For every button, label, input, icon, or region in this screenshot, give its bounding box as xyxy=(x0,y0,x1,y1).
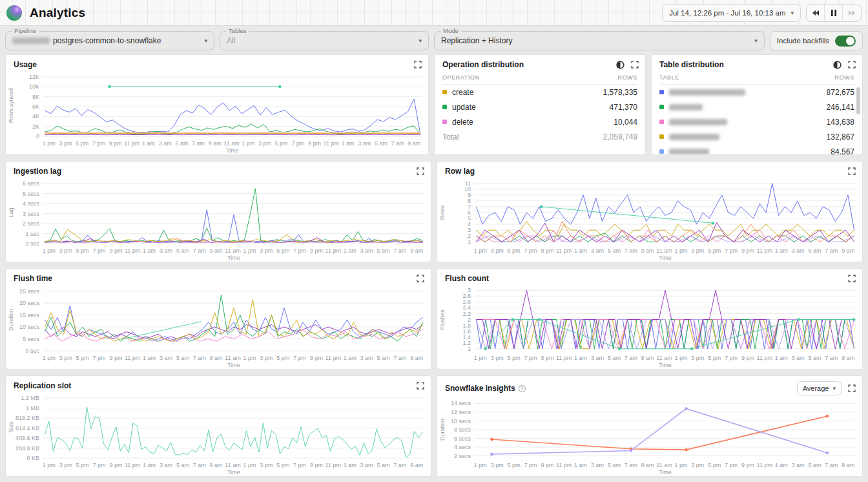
svg-text:0 sec: 0 sec xyxy=(25,240,39,247)
expand-button[interactable] xyxy=(848,167,856,175)
svg-text:Time: Time xyxy=(226,147,239,154)
svg-text:1 pm: 1 pm xyxy=(243,355,256,361)
svg-text:7 pm: 7 pm xyxy=(92,462,105,468)
svg-text:1 pm: 1 pm xyxy=(243,247,256,254)
table-header: OPERATION ROWS xyxy=(442,72,637,85)
flush-time-chart: 0 sec5 secs10 secs15 secs20 secs25 secs1… xyxy=(6,284,431,369)
svg-text:6: 6 xyxy=(468,209,471,216)
pie-view-button[interactable] xyxy=(616,61,625,69)
svg-text:7 am: 7 am xyxy=(193,462,206,468)
pipeline-select[interactable]: Pipeline postgres-common-to-snowflake ▾ xyxy=(5,31,214,50)
svg-text:Time: Time xyxy=(227,469,240,476)
svg-text:25 secs: 25 secs xyxy=(19,288,40,295)
fast-forward-button[interactable] xyxy=(843,5,861,21)
svg-text:11 am: 11 am xyxy=(656,247,672,254)
tables-select[interactable]: Tables All ▾ xyxy=(220,31,429,50)
pause-button[interactable] xyxy=(825,5,843,21)
svg-text:Duration: Duration xyxy=(439,419,446,441)
expand-button[interactable] xyxy=(631,61,639,68)
expand-button[interactable] xyxy=(417,382,424,390)
svg-text:3 am: 3 am xyxy=(160,247,172,254)
svg-text:5: 5 xyxy=(468,215,471,222)
svg-text:1 am: 1 am xyxy=(344,247,356,254)
svg-text:1 pm: 1 pm xyxy=(43,355,56,361)
aggregation-select[interactable]: Average ▾ xyxy=(797,381,842,395)
expand-button[interactable] xyxy=(848,275,856,282)
card-title: Operation distribution xyxy=(442,60,524,69)
svg-text:7 pm: 7 pm xyxy=(524,462,537,468)
svg-text:7 pm: 7 pm xyxy=(293,247,306,254)
rows-value: 84,567 xyxy=(831,147,854,155)
expand-button[interactable] xyxy=(417,275,424,282)
svg-text:Duration: Duration xyxy=(8,309,14,331)
svg-text:Time: Time xyxy=(659,255,672,261)
table-row: 246,141 xyxy=(659,100,854,114)
pie-view-button[interactable] xyxy=(833,61,842,69)
svg-text:3 am: 3 am xyxy=(358,140,371,147)
svg-text:1 am: 1 am xyxy=(143,247,156,254)
date-range-selector[interactable]: Jul 14, 12:26 pm - Jul 16, 10:13 am ▾ xyxy=(662,4,801,22)
svg-text:3 am: 3 am xyxy=(792,247,805,254)
expand-button[interactable] xyxy=(848,61,856,68)
svg-text:10 secs: 10 secs xyxy=(19,324,40,330)
svg-text:9: 9 xyxy=(468,192,471,198)
svg-text:1 pm: 1 pm xyxy=(43,247,56,254)
expand-icon xyxy=(848,61,856,68)
svg-text:9 pm: 9 pm xyxy=(310,462,323,468)
usage-card: Usage 02K4K6K8K10K12K1 pm3 pm5 pm7 pm9 p… xyxy=(5,54,429,155)
svg-text:819.2 KB: 819.2 KB xyxy=(16,415,39,421)
help-icon[interactable]: ? xyxy=(519,385,526,392)
mode-select[interactable]: Mode Replication + History ▾ xyxy=(434,31,765,50)
svg-text:9 am: 9 am xyxy=(842,355,854,361)
svg-text:5 pm: 5 pm xyxy=(276,355,289,361)
svg-text:9 am: 9 am xyxy=(410,462,423,468)
svg-text:4K: 4K xyxy=(32,113,39,120)
svg-text:1 am: 1 am xyxy=(142,140,155,147)
scrollbar-thumb[interactable] xyxy=(856,87,860,114)
ingestion-lag-chart: 0 sec1 sec2 secs3 secs4 secs5 secs6 secs… xyxy=(6,177,431,262)
svg-text:0: 0 xyxy=(36,133,39,140)
svg-text:3 pm: 3 pm xyxy=(491,247,504,254)
svg-text:9 am: 9 am xyxy=(210,462,223,468)
svg-text:7 pm: 7 pm xyxy=(725,462,738,468)
svg-text:3: 3 xyxy=(468,227,471,233)
expand-icon xyxy=(848,167,856,175)
table-row: create 1,578,335 xyxy=(442,85,637,100)
svg-text:10: 10 xyxy=(464,186,471,193)
page-title: Analytics xyxy=(30,6,85,20)
rows-value: 1,578,335 xyxy=(603,88,637,97)
svg-text:7 am: 7 am xyxy=(625,462,637,468)
expand-button[interactable] xyxy=(417,167,424,175)
svg-text:8 secs: 8 secs xyxy=(454,426,471,433)
tables-table: TABLE ROWS 872,675 246,141 143,638 132,8… xyxy=(652,70,862,154)
svg-text:10K: 10K xyxy=(29,83,39,90)
svg-text:7 am: 7 am xyxy=(192,140,205,147)
operation-name: create xyxy=(452,88,473,97)
svg-text:1.6: 1.6 xyxy=(462,328,471,335)
svg-text:9 pm: 9 pm xyxy=(308,140,321,147)
svg-text:Lag: Lag xyxy=(8,207,14,217)
svg-text:Flushes: Flushes xyxy=(439,309,446,330)
svg-text:5 pm: 5 pm xyxy=(275,140,288,147)
include-backfills-toggle[interactable] xyxy=(835,36,856,47)
svg-text:7 pm: 7 pm xyxy=(291,140,304,147)
svg-text:1.2 MB: 1.2 MB xyxy=(21,395,39,401)
svg-text:3 am: 3 am xyxy=(360,247,373,254)
svg-text:1 pm: 1 pm xyxy=(674,462,687,468)
include-backfills-label: Include backfills xyxy=(777,37,829,45)
expand-button[interactable] xyxy=(848,384,856,392)
svg-text:5 pm: 5 pm xyxy=(76,462,89,468)
svg-text:5 pm: 5 pm xyxy=(708,247,721,254)
svg-text:1 am: 1 am xyxy=(574,247,587,254)
rewind-button[interactable] xyxy=(807,5,825,21)
svg-text:11 pm: 11 pm xyxy=(125,355,140,361)
svg-text:11 pm: 11 pm xyxy=(556,355,572,361)
svg-text:1: 1 xyxy=(468,238,471,245)
expand-button[interactable] xyxy=(414,61,422,68)
svg-text:3 pm: 3 pm xyxy=(59,247,72,254)
row-lag-card: Row lag 12345678910111 pm3 pm5 pm7 pm9 p… xyxy=(437,161,863,262)
svg-text:1 am: 1 am xyxy=(775,355,788,361)
pipeline-value: postgres-common-to-snowflake xyxy=(53,36,161,45)
redacted-pipeline-prefix xyxy=(12,37,50,44)
svg-text:6K: 6K xyxy=(32,103,39,110)
